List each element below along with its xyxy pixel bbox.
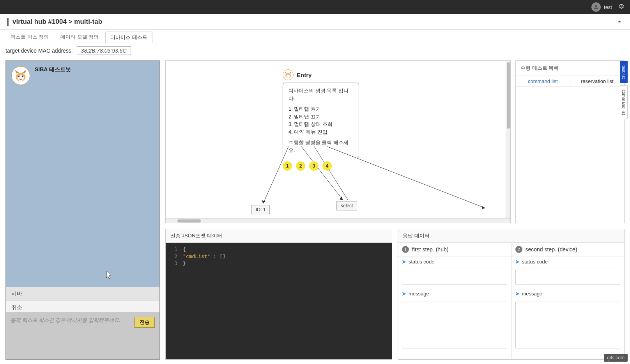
chat-input[interactable]: 동적 텍스트 박스인 경우 메시지를 입력해주세요. xyxy=(11,317,131,324)
entry-item-4: 4. 예약 메뉴 진입 xyxy=(288,128,353,136)
step-2-label: second step. (device) xyxy=(526,246,577,253)
gifs-watermark: gifs.com xyxy=(604,354,628,362)
collapse-button[interactable] xyxy=(616,18,623,26)
chat-panel: SIBA 테스트봇 시바 취소 동적 텍스트 박스인 경우 메시지를 입력해주세… xyxy=(5,60,160,360)
target-device-row: target device MAC address: 38:2B:78:03:9… xyxy=(0,43,630,58)
step-1-badge: 1 xyxy=(402,246,409,253)
flow-child-id1[interactable]: ID: 1 xyxy=(251,205,270,214)
response-col-2: 2 second step. (device) ➤status code ➤me… xyxy=(511,243,625,359)
target-label: target device MAC address: xyxy=(5,48,73,54)
tab-data-model-def[interactable]: 데이터 모델 정의 xyxy=(55,31,104,43)
breadcrumb: virtual hub #1004 > multi-tab xyxy=(12,18,102,26)
json-panel: 전송 JSON포맷 데이터 1{2 "cmdList" : []3} xyxy=(165,229,392,360)
chevron-icon: ➤ xyxy=(402,259,406,265)
side-tab-testlist[interactable]: test list xyxy=(620,61,628,83)
status-code-box-1 xyxy=(402,270,507,284)
entry-node: Entry 디바이스의 명령 목록 입니다. 1. 멀티탭 켜기 2. 멀티탭 … xyxy=(283,69,359,171)
chat-input-area: 동적 텍스트 박스인 경우 메시지를 입력해주세요. 전송 xyxy=(6,312,159,359)
test-list-panel: 수행 테스트 목록 command list reservation list xyxy=(515,60,625,223)
chat-menu-list: 시바 취소 xyxy=(6,287,159,312)
right-column: Entry 디바이스의 명령 목록 입니다. 1. 멀티탭 켜기 2. 멀티탭 … xyxy=(165,60,625,360)
step-1-label: first step. (hub) xyxy=(412,246,448,253)
response-panel: 응답 데이터 1 first step. (hub) ➤status code … xyxy=(398,229,625,360)
main-area: SIBA 테스트봇 시바 취소 동적 텍스트 박스인 경우 메시지를 입력해주세… xyxy=(0,58,630,364)
status-code-label-1: status code xyxy=(409,259,435,265)
step-2-badge: 2 xyxy=(515,246,522,253)
entry-option-2[interactable]: 2 xyxy=(296,161,305,171)
user-avatar-icon[interactable] xyxy=(591,2,601,12)
entry-avatar-icon xyxy=(283,69,294,80)
entry-footer-text: 수행할 명령을 클릭 해주세요. xyxy=(288,139,353,154)
mac-address-input[interactable]: 38:2B:78:03:93:6C xyxy=(77,46,131,55)
json-panel-title: 전송 JSON포맷 데이터 xyxy=(166,229,392,243)
username-label: test xyxy=(604,4,612,10)
tab-device-test[interactable]: 디바이스 테스트 xyxy=(105,32,152,43)
tabs-row: 텍스트 박스 정의 데이터 모델 정의 디바이스 테스트 xyxy=(0,30,630,43)
test-list-tab-command[interactable]: command list xyxy=(516,76,570,87)
entry-option-3[interactable]: 3 xyxy=(309,161,319,171)
entry-item-1: 1. 멀티탭 켜기 xyxy=(288,105,353,113)
svg-point-3 xyxy=(18,76,20,77)
message-box-2 xyxy=(515,302,621,348)
top-bar: test xyxy=(0,0,630,14)
chevron-icon: ➤ xyxy=(515,259,520,265)
bot-name-label: SIBA 테스트봇 xyxy=(35,66,71,73)
chat-menu-item-siba[interactable]: 시바 xyxy=(6,287,159,301)
response-panel-title: 응답 데이터 xyxy=(398,229,624,243)
breadcrumb-bar: virtual hub #1004 > multi-tab xyxy=(0,14,630,30)
send-button[interactable]: 전송 xyxy=(134,317,155,328)
flow-scrollbar-vertical[interactable] xyxy=(506,61,510,218)
flow-scrollbar-horizontal[interactable] xyxy=(166,218,510,223)
entry-box[interactable]: 디바이스의 명령 목록 입니다. 1. 멀티탭 켜기 2. 멀티탭 끄기 3. … xyxy=(283,83,359,158)
svg-point-0 xyxy=(595,5,597,7)
entry-item-3: 3. 멀티탭 상태 조회 xyxy=(288,120,353,128)
entry-header-text: 디바이스의 명령 목록 입니다. xyxy=(288,87,353,102)
entry-item-2: 2. 멀티탭 끄기 xyxy=(288,113,353,121)
test-list-title: 수행 테스트 목록 xyxy=(516,61,624,76)
entry-option-4[interactable]: 4 xyxy=(322,161,332,171)
test-list-tab-reservation[interactable]: reservation list xyxy=(570,76,625,87)
fingerprint-icon[interactable] xyxy=(618,3,625,11)
message-label-2: message xyxy=(522,291,543,297)
status-code-box-2 xyxy=(515,270,621,284)
entry-option-1[interactable]: 1 xyxy=(283,161,292,171)
status-code-label-2: status code xyxy=(522,259,548,265)
chat-body: SIBA 테스트봇 xyxy=(6,61,159,287)
breadcrumb-accent xyxy=(7,18,9,26)
svg-marker-8 xyxy=(340,196,343,200)
flow-child-select[interactable]: select xyxy=(336,201,357,210)
flow-canvas[interactable]: Entry 디바이스의 명령 목록 입니다. 1. 멀티탭 켜기 2. 멀티탭 … xyxy=(165,60,511,223)
side-tab-commandlist[interactable]: command list xyxy=(620,85,628,119)
side-tabs: test list command list xyxy=(620,61,628,119)
message-box-1 xyxy=(402,302,507,348)
tab-textbox-def[interactable]: 텍스트 박스 정의 xyxy=(5,31,54,43)
response-col-1: 1 first step. (hub) ➤status code ➤messag… xyxy=(398,243,511,359)
bot-avatar-icon xyxy=(11,66,30,85)
chevron-icon: ➤ xyxy=(402,291,406,297)
code-editor[interactable]: 1{2 "cmdList" : []3} xyxy=(166,243,392,359)
message-label-1: message xyxy=(409,291,429,297)
svg-point-13 xyxy=(287,75,290,78)
chevron-icon: ➤ xyxy=(515,291,520,297)
svg-point-4 xyxy=(22,76,23,77)
svg-marker-11 xyxy=(481,206,485,209)
svg-marker-6 xyxy=(262,200,265,203)
entry-title: Entry xyxy=(297,72,311,78)
